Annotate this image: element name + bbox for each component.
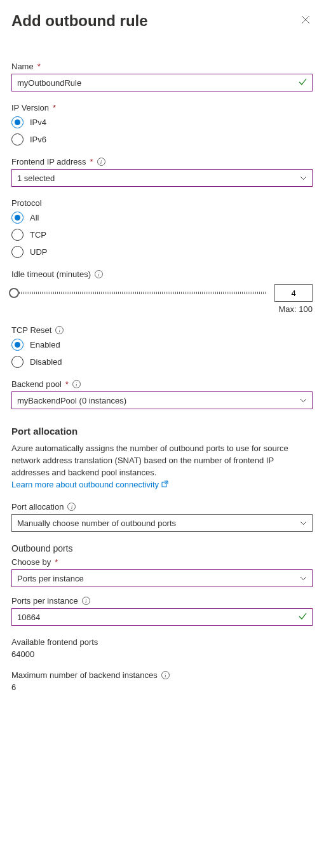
chevron-down-icon <box>300 174 307 182</box>
idle-timeout-slider[interactable] <box>11 287 266 299</box>
radio-label: UDP <box>30 247 47 257</box>
backend-pool-select[interactable]: myBackendPool (0 instances) <box>11 391 313 409</box>
backend-pool-label: Backend pool <box>11 379 62 389</box>
ports-per-instance-wrap[interactable] <box>11 608 313 626</box>
frontend-ip-select[interactable]: 1 selected <box>11 169 313 187</box>
radio-label: IPv4 <box>30 118 46 127</box>
port-allocation-select[interactable]: Manually choose number of outbound ports <box>11 514 313 532</box>
protocol-label: Protocol <box>11 198 42 208</box>
required-indicator: * <box>37 62 41 71</box>
name-input-wrap[interactable] <box>11 74 313 92</box>
select-value: myBackendPool (0 instances) <box>17 396 126 405</box>
idle-timeout-value[interactable] <box>274 284 313 302</box>
info-icon[interactable]: i <box>95 270 103 278</box>
radio-icon <box>11 229 24 241</box>
info-icon[interactable]: i <box>161 671 170 679</box>
required-indicator: * <box>53 103 56 112</box>
radio-ipv6[interactable]: IPv6 <box>11 133 313 146</box>
idle-timeout-label: Idle timeout (minutes) <box>11 269 91 279</box>
slider-rail <box>11 292 266 294</box>
idle-timeout-max: Max: 100 <box>11 304 313 314</box>
radio-icon <box>11 356 24 368</box>
required-indicator: * <box>55 557 58 567</box>
radio-icon <box>11 339 24 351</box>
radio-protocol-udp[interactable]: UDP <box>11 246 313 258</box>
ipversion-label: IP Version <box>11 103 49 112</box>
chevron-down-icon <box>300 574 307 582</box>
info-icon[interactable]: i <box>97 158 105 166</box>
radio-tcpreset-enabled[interactable]: Enabled <box>11 339 313 351</box>
info-icon[interactable]: i <box>72 380 81 388</box>
select-value: Ports per instance <box>17 574 84 583</box>
page-title: Add outbound rule <box>11 12 148 30</box>
radio-label: TCP <box>30 230 46 240</box>
check-icon <box>298 612 312 623</box>
select-value: Manually choose number of outbound ports <box>17 519 176 528</box>
close-icon[interactable] <box>299 11 313 30</box>
radio-icon <box>11 246 24 258</box>
chevron-down-icon <box>300 397 307 404</box>
name-label: Name <box>11 62 34 71</box>
name-input[interactable] <box>12 74 298 91</box>
info-icon[interactable]: i <box>67 503 76 511</box>
radio-label: Disabled <box>30 357 62 367</box>
check-icon <box>298 78 312 88</box>
required-indicator: * <box>90 157 93 166</box>
max-instances-value: 6 <box>11 682 313 692</box>
radio-protocol-tcp[interactable]: TCP <box>11 229 313 241</box>
outbound-ports-heading: Outbound ports <box>11 543 313 553</box>
select-value: 1 selected <box>17 173 55 183</box>
available-ports-value: 64000 <box>11 649 313 659</box>
port-allocation-select-label: Port allocation <box>11 502 64 512</box>
max-instances-label: Maximum number of backend instances <box>11 670 158 680</box>
ports-per-instance-input[interactable] <box>12 609 298 625</box>
chevron-down-icon <box>300 519 307 527</box>
port-allocation-heading: Port allocation <box>11 426 313 437</box>
radio-label: IPv6 <box>30 135 46 144</box>
radio-tcpreset-disabled[interactable]: Disabled <box>11 356 313 368</box>
info-icon[interactable]: i <box>82 597 90 605</box>
ports-per-instance-label: Ports per instance <box>11 596 78 606</box>
tcp-reset-label: TCP Reset <box>11 325 51 335</box>
info-icon[interactable]: i <box>55 326 64 334</box>
choose-by-select[interactable]: Ports per instance <box>11 569 313 587</box>
frontend-ip-label: Frontend IP address <box>11 157 86 166</box>
radio-icon <box>11 133 24 146</box>
slider-thumb[interactable] <box>9 288 19 298</box>
external-link-icon <box>161 479 168 491</box>
radio-label: Enabled <box>30 340 60 349</box>
required-indicator: * <box>65 379 69 389</box>
radio-label: All <box>30 213 39 222</box>
radio-ipv4[interactable]: IPv4 <box>11 116 313 128</box>
available-ports-label: Available frontend ports <box>11 637 98 647</box>
choose-by-label: Choose by <box>11 557 51 567</box>
radio-icon <box>11 116 24 128</box>
learn-more-link[interactable]: Learn more about outbound connectivity <box>11 480 168 489</box>
port-allocation-description: Azure automatically assigns the number o… <box>11 443 313 491</box>
radio-protocol-all[interactable]: All <box>11 212 313 224</box>
radio-icon <box>11 212 24 224</box>
